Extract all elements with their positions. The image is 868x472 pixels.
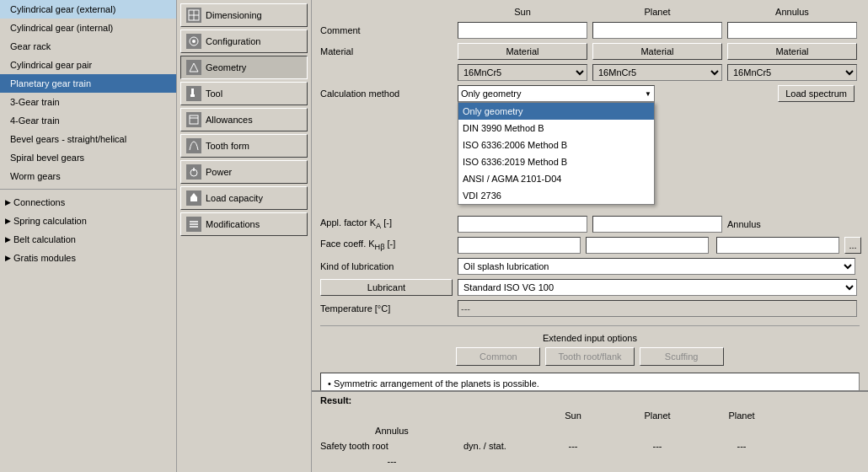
- btn-tooth-form[interactable]: Tooth form: [180, 134, 308, 158]
- material-annulus-btn[interactable]: Material: [727, 43, 857, 60]
- extended-section: Extended input options Common Tooth root…: [320, 325, 860, 366]
- calc-method-value: Only geometry: [461, 88, 522, 99]
- toolbar-panel: Dimensioning Configuration Geometry Tool…: [177, 0, 312, 472]
- load-spectrum-btn[interactable]: Load spectrum: [778, 85, 855, 102]
- sidebar-item-cyl-int[interactable]: Cylindrical gear (internal): [0, 19, 176, 37]
- sidebar-group-belt[interactable]: ▶ Belt calculation: [0, 230, 176, 249]
- face-coeff-sun-input[interactable]: [458, 237, 581, 254]
- face-coeff-annulus-input[interactable]: [716, 237, 839, 254]
- material-annulus-select-row: 16MnCr5: [727, 64, 857, 81]
- planet-header: Planet: [590, 7, 725, 17]
- result-annulus-val: ---: [320, 453, 463, 469]
- material-value-row: 16MnCr5 16MnCr5 16MnCr5: [320, 64, 860, 81]
- lubricant-btn[interactable]: Lubricant: [320, 279, 453, 296]
- modifications-icon: [186, 217, 201, 232]
- comment-annulus-input[interactable]: [727, 22, 857, 39]
- appl-factor-planet-input[interactable]: [592, 216, 722, 233]
- btn-configuration[interactable]: Configuration: [180, 30, 308, 53]
- content-inner: Sun Planet Annulus Comment Material Mate…: [312, 0, 868, 390]
- allowances-icon: [186, 112, 201, 127]
- sidebar-item-spiral[interactable]: Spiral bevel gears: [0, 148, 176, 167]
- result-sun-header: Sun: [531, 408, 615, 423]
- dropdown-item-vdi[interactable]: VDI 2736: [458, 187, 654, 204]
- sidebar-item-cyl-ext[interactable]: Cylindrical gear (external): [0, 0, 176, 19]
- svg-point-4: [192, 40, 196, 43]
- btn-allowances[interactable]: Allowances: [180, 108, 308, 131]
- comment-sun-input[interactable]: [458, 22, 587, 39]
- result-planet1-header: Planet: [615, 408, 699, 423]
- material-sun-select[interactable]: 16MnCr5: [458, 64, 587, 81]
- kind-lubrication-label: Kind of lubrication: [320, 261, 455, 271]
- btn-tool[interactable]: Tool: [180, 82, 308, 105]
- column-headers: Sun Planet Annulus: [320, 7, 860, 17]
- btn-geometry[interactable]: Geometry: [180, 56, 308, 79]
- sidebar-item-gear-rack[interactable]: Gear rack: [0, 37, 176, 56]
- sidebar-item-cyl-pair[interactable]: Cylindrical gear pair: [0, 56, 176, 74]
- face-coeff-planet-input[interactable]: [586, 237, 709, 254]
- sidebar-group-gratis[interactable]: ▶ Gratis modules: [0, 249, 176, 267]
- face-coeff-annulus-btn[interactable]: ...: [844, 237, 861, 254]
- comment-planet-input[interactable]: [592, 22, 722, 39]
- comment-label: Comment: [320, 25, 455, 35]
- kind-lubrication-select[interactable]: Oil splash lubrication: [458, 258, 855, 275]
- material-planet-select[interactable]: 16MnCr5: [592, 64, 722, 81]
- material-row: Material Material Material Material: [320, 43, 860, 60]
- tooth-form-icon: [186, 138, 201, 153]
- btn-power[interactable]: Power: [180, 160, 308, 184]
- btn-modifications[interactable]: Modifications: [180, 212, 308, 236]
- temperature-value: ---: [458, 300, 857, 317]
- sun-header: Sun: [455, 7, 590, 17]
- load-capacity-icon: [186, 190, 201, 206]
- dropdown-item-only-geom[interactable]: Only geometry: [458, 103, 654, 120]
- result-sun-val: ---: [531, 438, 615, 453]
- calc-method-dropdown-container: Only geometry ▼ Only geometry DIN 3990 M…: [458, 85, 655, 102]
- power-icon: [186, 164, 201, 180]
- sidebar-item-3gear[interactable]: 3-Gear train: [0, 93, 176, 111]
- comment-row: Comment: [320, 22, 860, 39]
- face-coeff-label: Face coeff. KHβ [-]: [320, 239, 455, 251]
- sidebar-group-spring[interactable]: ▶ Spring calculation: [0, 212, 176, 230]
- ext-btn-scuffing[interactable]: Scuffing: [640, 347, 724, 366]
- svg-marker-13: [190, 193, 197, 197]
- result-data-row: Safety tooth root dyn. / stat. --- --- -…: [320, 438, 860, 469]
- ext-btn-common[interactable]: Common: [456, 347, 540, 366]
- appl-factor-label: Appl. factor KA [-]: [320, 217, 455, 230]
- material-annulus-select[interactable]: 16MnCr5: [727, 64, 857, 81]
- sidebar-item-bevel[interactable]: Bevel gears - straight/helical: [0, 130, 176, 148]
- dropdown-item-iso2006[interactable]: ISO 6336:2006 Method B: [458, 137, 654, 153]
- material-label: Material: [320, 46, 455, 56]
- dropdown-arrow-icon: ▼: [645, 90, 651, 98]
- sidebar-item-planetary[interactable]: Planetary gear train: [0, 74, 176, 93]
- lubricant-select[interactable]: Standard ISO VG 100: [458, 279, 857, 296]
- face-coeff-row: Face coeff. KHβ [-] ...: [320, 237, 860, 254]
- dropdown-item-agma[interactable]: ANSI / AGMA 2101-D04: [458, 170, 654, 187]
- svg-rect-6: [191, 88, 194, 95]
- svg-rect-8: [190, 115, 198, 124]
- tool-icon: [186, 86, 201, 101]
- ext-btn-tooth[interactable]: Tooth root/flank: [545, 347, 634, 366]
- extended-label: Extended input options: [320, 333, 860, 343]
- configuration-icon: [186, 34, 201, 49]
- chevron-right-icon: ▶: [5, 250, 11, 266]
- sidebar-group-connections[interactable]: ▶ Connections: [0, 193, 176, 212]
- note-text: • Symmetric arrangement of the planets i…: [328, 378, 539, 389]
- material-sun-btn[interactable]: Material: [458, 43, 587, 60]
- material-planet-btn[interactable]: Material: [592, 43, 722, 60]
- notes-area: • Symmetric arrangement of the planets i…: [320, 373, 860, 390]
- btn-dimensioning[interactable]: Dimensioning: [180, 3, 308, 27]
- chevron-right-icon: ▶: [5, 213, 11, 228]
- material-sun-select-row: 16MnCr5: [458, 64, 587, 81]
- btn-load-capacity[interactable]: Load capacity: [180, 186, 308, 210]
- dropdown-item-din3990[interactable]: DIN 3990 Method B: [458, 120, 654, 137]
- sidebar-item-4gear[interactable]: 4-Gear train: [0, 111, 176, 130]
- dropdown-item-iso2019[interactable]: ISO 6336:2019 Method B: [458, 153, 654, 170]
- appl-factor-sun-input[interactable]: [458, 216, 587, 233]
- sidebar-item-worm[interactable]: Worm gears: [0, 167, 176, 185]
- result-planet1-val: ---: [615, 438, 699, 453]
- chevron-right-icon: ▶: [5, 232, 11, 247]
- result-column-headers: Sun Planet Planet Annulus: [320, 408, 860, 438]
- result-row-label: Safety tooth root: [320, 438, 463, 453]
- result-row-sub: dyn. / stat.: [463, 438, 531, 453]
- calc-method-dropdown[interactable]: Only geometry ▼: [458, 85, 655, 102]
- material-planet-select-row: 16MnCr5: [592, 64, 722, 81]
